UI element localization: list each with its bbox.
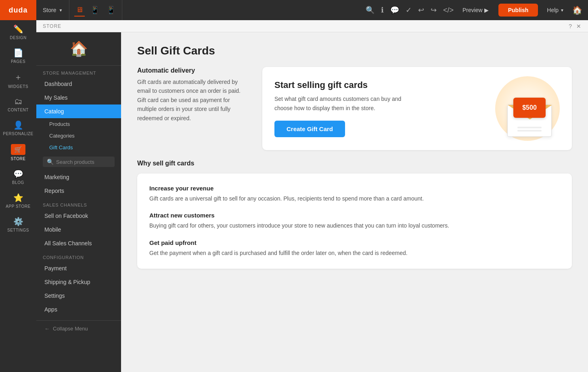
benefit-desc-2: Get the payment when a gift card is purc… bbox=[149, 249, 560, 257]
create-gift-card-button[interactable]: Create Gift Card bbox=[274, 121, 345, 137]
chevron-down-icon: ▼ bbox=[59, 8, 63, 13]
store-header-actions: ? ✕ bbox=[569, 23, 582, 29]
nav-reports[interactable]: Reports bbox=[36, 184, 121, 198]
redo-icon[interactable]: ↪ bbox=[428, 3, 439, 17]
store-panel: 🏠 Store management Dashboard My Sales Ca… bbox=[36, 32, 588, 372]
benefit-desc-1: Buying gift card for others, your custom… bbox=[149, 221, 560, 230]
gift-card-line-1 bbox=[517, 127, 542, 128]
gift-card-line-2 bbox=[517, 130, 542, 132]
gift-card-illustration: $500 bbox=[479, 78, 560, 139]
personalize-icon: 👤 bbox=[13, 120, 23, 130]
envelope-body: $500 bbox=[507, 104, 552, 137]
why-title: Why sell gift cards bbox=[137, 160, 572, 167]
sidebar-item-design[interactable]: ✏️ DESIGN bbox=[0, 20, 36, 44]
design-label: DESIGN bbox=[10, 36, 26, 40]
undo-icon[interactable]: ↩ bbox=[416, 3, 427, 17]
nav-payment[interactable]: Payment bbox=[36, 261, 121, 275]
search-icon-small: 🔍 bbox=[47, 159, 54, 165]
sidebar-item-content[interactable]: 🗂 CONTENT bbox=[0, 93, 36, 116]
sidebar-item-store[interactable]: 🛒 STORE bbox=[0, 140, 36, 165]
preview-button[interactable]: Preview ▶ bbox=[458, 4, 494, 16]
close-icon[interactable]: ✕ bbox=[576, 23, 582, 29]
hero-card: Start selling gift cards Set what gift c… bbox=[262, 67, 572, 150]
settings-label: SETTINGS bbox=[7, 228, 29, 232]
top-bar: Store ▼ 🖥 📱 📱 🔍 ℹ 💬 ✓ ↩ ↪ </> Preview ▶ … bbox=[36, 0, 588, 20]
hero-left: Start selling gift cards Set what gift c… bbox=[274, 80, 479, 137]
collapse-menu-button[interactable]: ← Collapse Menu bbox=[36, 320, 121, 336]
nav-categories[interactable]: Categories bbox=[36, 130, 121, 142]
preview-label: Preview bbox=[462, 7, 483, 13]
hero-title: Start selling gift cards bbox=[274, 80, 479, 90]
sidebar-item-widgets[interactable]: ＋ WIDGETS bbox=[0, 68, 36, 93]
nav-marketing[interactable]: Marketing bbox=[36, 170, 121, 184]
settings-icon: ⚙️ bbox=[13, 217, 23, 226]
hero-content: Start selling gift cards Set what gift c… bbox=[274, 78, 560, 139]
store-selector[interactable]: Store ▼ bbox=[36, 0, 69, 20]
gift-card-lines bbox=[517, 127, 542, 132]
pages-icon: 📄 bbox=[13, 48, 23, 58]
benefit-item-1: Attract new customers Buying gift card f… bbox=[149, 212, 560, 230]
store-label: STORE bbox=[11, 157, 26, 161]
check-icon[interactable]: ✓ bbox=[403, 3, 414, 17]
pages-label: PAGES bbox=[11, 59, 25, 64]
logo-area[interactable]: duda bbox=[0, 0, 36, 20]
blog-label: BLOG bbox=[12, 180, 24, 185]
benefit-item-0: Increase your revenue Gift cards are a u… bbox=[149, 185, 560, 203]
nav-settings[interactable]: Settings bbox=[36, 289, 121, 303]
search-input[interactable] bbox=[56, 159, 111, 165]
store-nav: 🏠 Store management Dashboard My Sales Ca… bbox=[36, 32, 121, 372]
personalize-label: PERSONALIZE bbox=[3, 132, 33, 136]
nav-apps[interactable]: Apps bbox=[36, 303, 121, 316]
nav-gift-cards[interactable]: Gift Cards bbox=[36, 142, 121, 153]
sidebar-item-app-store[interactable]: ⭐ APP STORE bbox=[0, 189, 36, 213]
store-icon: 🛒 bbox=[11, 144, 25, 155]
tablet-icon[interactable]: 📱 bbox=[89, 4, 101, 16]
sidebar-item-pages[interactable]: 📄 PAGES bbox=[0, 44, 36, 68]
nav-my-sales[interactable]: My Sales bbox=[36, 91, 121, 104]
sidebar-item-blog[interactable]: 💬 BLOG bbox=[0, 165, 36, 189]
benefit-title-2: Get paid upfront bbox=[149, 239, 560, 246]
benefit-title-1: Attract new customers bbox=[149, 212, 560, 219]
intro-left: Automatic delivery Gift cards are automa… bbox=[137, 67, 250, 150]
content-icon: 🗂 bbox=[14, 97, 22, 106]
store-content: Sell Gift Cards Automatic delivery Gift … bbox=[121, 32, 588, 372]
store-header-title: STORE bbox=[43, 23, 61, 29]
blog-icon: 💬 bbox=[13, 169, 23, 179]
nav-products[interactable]: Products bbox=[36, 118, 121, 130]
desktop-icon[interactable]: 🖥 bbox=[74, 4, 85, 17]
benefit-title-0: Increase your revenue bbox=[149, 185, 560, 192]
code-icon[interactable]: </> bbox=[441, 4, 456, 17]
nav-sell-facebook[interactable]: Sell on Facebook bbox=[36, 209, 121, 223]
page-title: Sell Gift Cards bbox=[137, 44, 572, 57]
help-selector[interactable]: Help ▼ bbox=[543, 4, 568, 16]
comment-icon[interactable]: 💬 bbox=[388, 3, 402, 17]
design-icon: ✏️ bbox=[13, 24, 23, 34]
help-label: Help bbox=[547, 7, 559, 13]
sidebar-item-personalize[interactable]: 👤 PERSONALIZE bbox=[0, 116, 36, 140]
publish-button[interactable]: Publish bbox=[498, 4, 538, 17]
device-icons: 🖥 📱 📱 bbox=[69, 0, 122, 20]
question-icon[interactable]: ? bbox=[569, 23, 572, 29]
info-icon[interactable]: ℹ bbox=[379, 3, 386, 17]
nav-dashboard[interactable]: Dashboard bbox=[36, 77, 121, 91]
toolbar-icons: 🔍 ℹ 💬 ✓ ↩ ↪ </> Preview ▶ Publish Help ▼… bbox=[122, 3, 588, 17]
sidebar-item-settings[interactable]: ⚙️ SETTINGS bbox=[0, 213, 36, 236]
widgets-label: WIDGETS bbox=[8, 84, 28, 89]
nav-mobile[interactable]: Mobile bbox=[36, 223, 121, 236]
app-store-icon: ⭐ bbox=[13, 193, 23, 203]
product-search[interactable]: 🔍 bbox=[43, 157, 115, 167]
store-header: STORE ? ✕ bbox=[36, 20, 588, 32]
nav-catalog[interactable]: Catalog bbox=[36, 104, 121, 118]
store-nav-home[interactable]: 🏠 bbox=[36, 32, 121, 66]
benefits-card: Increase your revenue Gift cards are a u… bbox=[137, 173, 572, 269]
configuration-section: Configuration bbox=[36, 250, 121, 261]
main-area: STORE ? ✕ 🏠 Store management Dashboard M… bbox=[36, 20, 588, 372]
nav-shipping[interactable]: Shipping & Pickup bbox=[36, 275, 121, 289]
app-store-label: APP STORE bbox=[6, 204, 30, 209]
nav-all-sales[interactable]: All Sales Channels bbox=[36, 236, 121, 250]
mobile-icon[interactable]: 📱 bbox=[105, 4, 117, 16]
home-icon[interactable]: 🏠 bbox=[570, 3, 585, 17]
benefit-desc-0: Gift cards are a universal gift to sell … bbox=[149, 194, 560, 203]
why-section: Why sell gift cards Increase your revenu… bbox=[137, 160, 572, 269]
search-icon[interactable]: 🔍 bbox=[363, 3, 377, 17]
